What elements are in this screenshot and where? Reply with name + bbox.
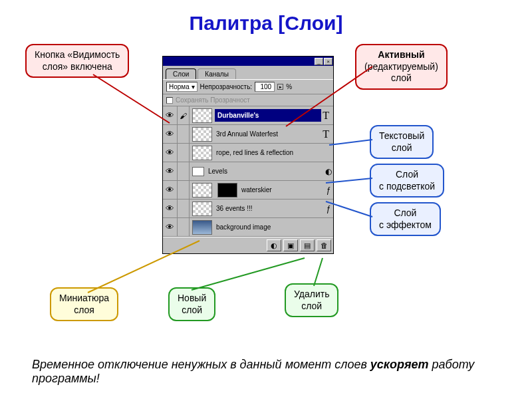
callout-effect-layer: Слойс эффектом: [370, 202, 441, 236]
tab-channels[interactable]: Каналы: [198, 68, 236, 79]
adjust-icon: ◐: [324, 167, 333, 176]
callout-text-layer: Текстовыйслой: [370, 125, 434, 159]
svg-line-7: [314, 258, 323, 286]
callout-active-layer: Активный(редактируемый)слой: [355, 44, 448, 90]
text-layer-icon: T: [321, 128, 333, 140]
layer-thumbnail[interactable]: [192, 201, 212, 216]
blend-options: Норма ▾ Непрозрачность: 100 ▸ %: [163, 79, 333, 94]
layer-name[interactable]: Durbanville's: [215, 109, 321, 122]
layer-name[interactable]: Levels: [207, 168, 324, 175]
page-title: Палитра [Слои]: [0, 0, 532, 41]
layer-list: 👁 🖌 Durbanville's T 👁 3rd Annual Waterfe…: [163, 106, 333, 237]
layer-name[interactable]: rope, red lines & reflection: [215, 149, 333, 156]
svg-line-2: [329, 140, 372, 145]
layer-thumbnail[interactable]: [192, 220, 212, 235]
panel-tabs: Слои Каналы: [163, 66, 333, 79]
close-icon[interactable]: ×: [324, 58, 332, 65]
callout-delete-layer: Удалитьслой: [285, 283, 338, 317]
fx-icon: ƒ: [324, 186, 333, 195]
callout-new-layer: Новыйслой: [168, 287, 215, 321]
tab-layers[interactable]: Слои: [166, 68, 196, 79]
new-layer-button[interactable]: ▤: [300, 239, 315, 251]
layer-row[interactable]: 👁 rope, red lines & reflection: [163, 144, 333, 162]
layer-row[interactable]: 👁 🖌 Durbanville's T: [163, 106, 333, 125]
eye-icon[interactable]: 👁: [166, 148, 174, 158]
callout-thumbnail: Миниатюраслоя: [50, 287, 118, 321]
text-layer-icon: T: [321, 110, 333, 122]
callout-visibility: Кнопка «Видимостьслоя» включена: [25, 44, 129, 78]
panel-titlebar: _ ×: [163, 57, 333, 66]
layer-row[interactable]: 👁 waterskier ƒ: [163, 181, 333, 200]
opacity-label: Непрозрачность:: [200, 83, 253, 90]
mask-button[interactable]: ◐: [267, 239, 281, 251]
layer-thumbnail[interactable]: [192, 108, 212, 123]
layer-name[interactable]: waterskier: [240, 186, 324, 194]
layer-row[interactable]: 👁 background image: [163, 218, 333, 237]
eye-icon[interactable]: 👁: [166, 203, 174, 213]
panel-statusbar: ◐ ▣ ▤ 🗑: [163, 237, 333, 253]
trash-button[interactable]: 🗑: [317, 239, 331, 251]
fx-icon: ƒ: [324, 204, 333, 213]
layer-thumbnail[interactable]: [192, 146, 212, 160]
layer-name[interactable]: 3rd Annual Waterfest: [215, 130, 321, 138]
layer-row[interactable]: 👁 3rd Annual Waterfest T: [163, 125, 333, 144]
eye-icon[interactable]: 👁: [166, 185, 174, 195]
layer-name[interactable]: background image: [215, 223, 333, 231]
eye-icon[interactable]: 👁: [166, 129, 174, 139]
minimize-icon[interactable]: _: [315, 58, 323, 65]
opacity-slider-icon[interactable]: ▸: [277, 84, 283, 90]
footer-note: Временное отключение ненужных в данный м…: [32, 358, 497, 386]
layer-row[interactable]: 👁 36 events !!! ƒ: [163, 200, 333, 218]
layer-name[interactable]: 36 events !!!: [215, 205, 324, 212]
opacity-pct: %: [286, 83, 292, 90]
mask2-button[interactable]: ▣: [283, 239, 298, 251]
checkbox-icon[interactable]: [166, 97, 173, 104]
adjust-thumb[interactable]: [192, 167, 204, 176]
preserve-transparency[interactable]: Сохранять Прозрачност: [163, 94, 333, 106]
opacity-value[interactable]: 100: [255, 82, 275, 92]
svg-line-0: [93, 74, 170, 123]
blend-mode-dropdown[interactable]: Норма ▾: [166, 82, 198, 92]
brush-icon[interactable]: 🖌: [180, 112, 187, 120]
eye-icon[interactable]: 👁: [166, 166, 174, 176]
layer-thumbnail[interactable]: [192, 183, 212, 198]
callout-highlight-layer: Слойс подсветкой: [370, 164, 444, 198]
eye-icon[interactable]: 👁: [166, 110, 174, 120]
layer-row[interactable]: 👁 Levels ◐: [163, 162, 333, 181]
layer-mask[interactable]: [217, 183, 237, 198]
eye-icon[interactable]: 👁: [166, 222, 174, 232]
layer-thumbnail[interactable]: [192, 127, 212, 142]
layers-panel: _ × Слои Каналы Норма ▾ Непрозрачность: …: [162, 56, 334, 254]
